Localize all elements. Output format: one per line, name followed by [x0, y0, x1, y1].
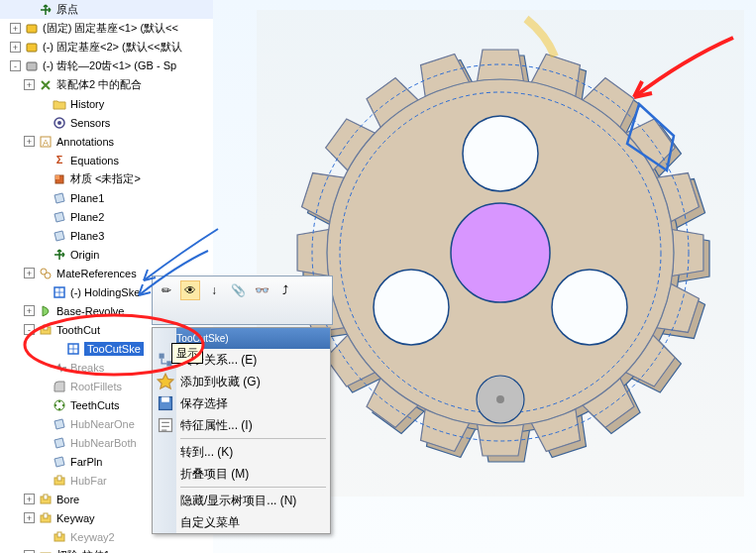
- tree-item[interactable]: 材质 <未指定>: [0, 169, 213, 188]
- svg-point-14: [57, 121, 61, 125]
- svg-text:Σ: Σ: [56, 154, 63, 166]
- annot-icon: A: [38, 134, 54, 150]
- menu-item-label: 添加到收藏 (G): [180, 374, 261, 390]
- menu-item-label: 转到... (K): [180, 444, 233, 461]
- sensor-icon: [52, 115, 67, 131]
- svg-point-5: [374, 270, 449, 345]
- suppress-icon[interactable]: ↓: [204, 280, 224, 300]
- tree-item[interactable]: Plane3: [0, 226, 213, 245]
- svg-rect-43: [162, 397, 169, 402]
- expand-icon[interactable]: +: [10, 42, 21, 53]
- part-y-icon: [24, 40, 40, 55]
- tree-item[interactable]: +装配体2 中的配合: [0, 75, 213, 94]
- blank-icon: [157, 443, 174, 461]
- tree-item[interactable]: Plane2: [0, 207, 213, 226]
- svg-point-30: [54, 403, 56, 405]
- context-menu-item[interactable]: 折叠项目 (M): [153, 463, 330, 485]
- origin-icon: [52, 247, 67, 263]
- svg-rect-24: [44, 325, 48, 330]
- tree-item[interactable]: +AAnnotations: [0, 132, 213, 151]
- tree-item[interactable]: +(-) 固定基座<2> (默认<<默认: [0, 38, 213, 56]
- expand-icon[interactable]: +: [24, 494, 35, 504]
- sketch-icon: [52, 284, 67, 300]
- rollback-icon[interactable]: ⤴: [275, 280, 295, 300]
- context-toolbar[interactable]: ✏ 👁 ↓ 📎 👓 ⤴: [152, 276, 333, 325]
- svg-point-27: [58, 399, 60, 401]
- expand-icon[interactable]: +: [24, 79, 35, 90]
- feat-icon: [38, 548, 54, 554]
- tree-item[interactable]: Plane1: [0, 188, 213, 207]
- expand-icon[interactable]: +: [10, 23, 21, 34]
- glasses-icon[interactable]: 👓: [252, 280, 271, 300]
- mates-icon: [38, 77, 54, 93]
- menu-item-label: 保存选择: [180, 395, 228, 412]
- tooltip: 显示: [171, 343, 203, 364]
- part-y-icon: [24, 21, 40, 37]
- pattern-icon: [52, 397, 67, 413]
- menu-item-label: 自定义菜单: [180, 514, 240, 531]
- svg-point-6: [552, 270, 627, 345]
- mref-icon: [38, 266, 54, 281]
- tree-item[interactable]: History: [0, 94, 213, 113]
- rev-icon: [38, 303, 54, 319]
- attach-icon[interactable]: 📎: [228, 280, 248, 300]
- prop-icon: [157, 416, 174, 434]
- menu-item-label: 折叠项目 (M): [180, 466, 249, 483]
- svg-point-29: [58, 407, 60, 409]
- cut-icon: [52, 473, 67, 489]
- blank-icon: [157, 465, 174, 483]
- cut-icon: [52, 529, 67, 545]
- tree-item[interactable]: ΣEquations: [0, 151, 213, 169]
- expand-icon[interactable]: +: [24, 512, 35, 523]
- context-menu-item[interactable]: 隐藏/显示树项目... (N): [153, 490, 330, 511]
- cut-icon: [38, 322, 54, 338]
- expand-icon[interactable]: +: [24, 268, 35, 278]
- expand-icon[interactable]: +: [24, 136, 35, 147]
- eq-icon: Σ: [52, 153, 67, 168]
- fillet-icon: [52, 379, 67, 394]
- expand-icon[interactable]: +: [24, 305, 35, 316]
- menu-item-label: 特征属性... (I): [180, 417, 253, 434]
- svg-rect-10: [27, 25, 37, 33]
- tree-item[interactable]: Sensors: [0, 113, 213, 132]
- plane-icon: [52, 228, 67, 244]
- break-icon: [52, 360, 67, 376]
- context-menu-item[interactable]: 转到... (K): [153, 441, 330, 463]
- cut-icon: [38, 510, 54, 526]
- part-g-icon: [24, 58, 40, 74]
- save-icon: [157, 394, 174, 412]
- tree-item[interactable]: -(-) 齿轮—20齿<1> (GB - Sp: [0, 56, 213, 75]
- context-menu-item[interactable]: 保存选择: [153, 392, 330, 414]
- tree-item[interactable]: Origin: [0, 245, 213, 264]
- context-menu-item[interactable]: 添加到收藏 (G): [153, 371, 330, 392]
- eye-icon[interactable]: 👁: [180, 280, 200, 300]
- sketch-icon: [65, 341, 81, 357]
- expand-icon[interactable]: -: [24, 324, 35, 335]
- edit-sketch-icon[interactable]: ✏: [157, 280, 176, 300]
- svg-text:A: A: [43, 138, 49, 148]
- blank-icon: [157, 492, 174, 509]
- expand-icon[interactable]: -: [10, 60, 21, 71]
- svg-rect-34: [44, 495, 48, 499]
- svg-rect-19: [55, 175, 59, 179]
- tree-item[interactable]: +(固定) 固定基座<1> (默认<<: [0, 19, 213, 38]
- plane-icon: [52, 435, 67, 451]
- svg-rect-38: [57, 532, 61, 537]
- tree-item[interactable]: +切除-拉伸1: [0, 546, 213, 553]
- svg-rect-11: [27, 44, 37, 52]
- blank-icon: [157, 513, 174, 531]
- svg-rect-36: [44, 513, 48, 518]
- mat-icon: [52, 171, 67, 187]
- svg-rect-32: [57, 476, 61, 481]
- tree-item[interactable]: 原点: [0, 0, 213, 19]
- origin-icon: [38, 2, 54, 18]
- plane-icon: [52, 190, 67, 206]
- menu-item-label: 隐藏/显示树项目... (N): [180, 493, 296, 509]
- plane-icon: [52, 454, 67, 470]
- context-menu-item[interactable]: 特征属性... (I): [153, 414, 330, 436]
- plane-icon: [52, 209, 67, 225]
- svg-rect-40: [160, 354, 164, 359]
- svg-point-9: [496, 395, 504, 403]
- context-menu-item[interactable]: 自定义菜单: [153, 511, 330, 533]
- plane-icon: [52, 416, 67, 432]
